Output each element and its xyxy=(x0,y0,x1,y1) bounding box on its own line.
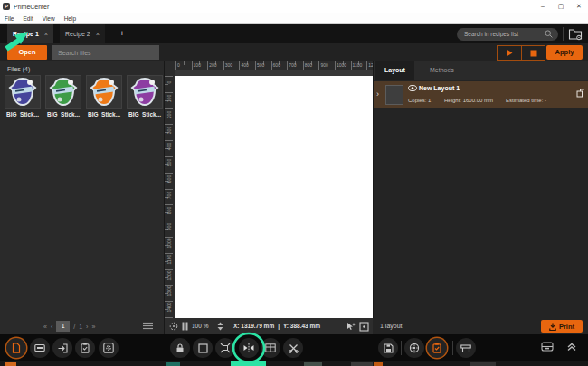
file-thumbnail[interactable] xyxy=(5,75,41,109)
canvas-status-bar: 100 % X: 1319.79 mm | Y: 388.43 mm xyxy=(165,318,373,334)
play-button[interactable] xyxy=(498,46,521,60)
layout-estimated-time: Estimated time: - xyxy=(506,98,546,103)
cut-device-button[interactable] xyxy=(404,338,424,358)
tab-recipe-2-label: Recipe 2 xyxy=(65,31,90,37)
run-controls xyxy=(497,45,545,61)
zoom-level-value[interactable]: 100 % xyxy=(192,323,208,329)
pager-last-icon[interactable]: » xyxy=(91,324,95,330)
pager-current-page[interactable]: 1 xyxy=(56,321,70,332)
coordinate-y: Y: 388.43 mm xyxy=(283,323,320,329)
layout-copies: Copies: 1 xyxy=(408,98,431,103)
zoom-stepper-icon[interactable] xyxy=(217,322,223,331)
import-mode-button[interactable] xyxy=(52,338,72,358)
fit-content-button[interactable] xyxy=(215,338,235,358)
tab-recipe-1[interactable]: Recipe 1 × xyxy=(7,24,53,43)
lock-tool-button[interactable] xyxy=(170,338,190,358)
media-mode-button[interactable] xyxy=(30,338,50,358)
file-thumbnail[interactable] xyxy=(127,75,163,109)
recipes-search-input[interactable] xyxy=(457,28,558,41)
sticker-image xyxy=(89,77,119,108)
pager-next-icon[interactable]: › xyxy=(86,324,88,330)
rectangle-icon xyxy=(198,343,208,353)
files-pager-bar: « ‹ 1 / 1 › » xyxy=(0,318,165,334)
ruler-vertical: 0100200300400500600700800900100011001200… xyxy=(165,70,175,318)
menu-file[interactable]: File xyxy=(5,15,14,22)
coordinate-x: X: 1319.79 mm xyxy=(233,323,274,329)
collapse-panel-icon[interactable] xyxy=(566,341,577,352)
primecenter-window: P PrimeCenter – ▢ ✕ File Edit View Help … xyxy=(0,0,588,366)
maximize-button[interactable]: ▢ xyxy=(552,0,570,13)
job-queue-button[interactable] xyxy=(427,338,447,358)
expand-chevron-icon[interactable]: › xyxy=(376,89,379,99)
table-tool-button[interactable] xyxy=(261,338,280,358)
detach-layout-icon[interactable] xyxy=(576,89,584,98)
close-button[interactable]: ✕ xyxy=(570,0,588,13)
layout-canvas-area[interactable]: 0100200300400500600700800900100011001200… xyxy=(165,61,373,318)
file-card[interactable]: BIG_Stick... xyxy=(5,75,41,117)
save-layout-button[interactable] xyxy=(378,338,398,358)
recipe-toolbar: Open Apply xyxy=(0,43,588,61)
rectangle-tool-button[interactable] xyxy=(193,338,213,358)
file-card[interactable]: BIG_Stick... xyxy=(86,75,122,117)
menu-help[interactable]: Help xyxy=(64,15,76,22)
layout-thumbnail xyxy=(385,85,403,105)
stop-button[interactable] xyxy=(521,46,545,60)
document-icon xyxy=(12,343,21,353)
gear-box-icon xyxy=(103,343,114,353)
menu-bar: File Edit View Help xyxy=(0,13,588,24)
minimize-button[interactable]: – xyxy=(534,0,552,13)
mirror-flip-icon xyxy=(243,343,254,352)
tasks-mode-button[interactable] xyxy=(75,338,95,358)
visibility-eye-icon[interactable] xyxy=(408,85,417,91)
file-card[interactable]: BIG_Stick... xyxy=(127,75,163,117)
search-icon xyxy=(545,30,553,38)
file-name: BIG_Stick... xyxy=(5,111,41,117)
taskbar-app-sliver xyxy=(166,362,180,366)
play-icon xyxy=(506,49,513,57)
flatbed-printer-icon xyxy=(460,343,471,352)
bottom-toolbar xyxy=(0,334,588,361)
list-view-icon[interactable] xyxy=(143,322,153,330)
app-title: PrimeCenter xyxy=(14,4,49,10)
flatbed-button[interactable] xyxy=(456,338,476,358)
snap-icon[interactable] xyxy=(169,322,178,331)
menu-edit[interactable]: Edit xyxy=(23,15,33,22)
layout-name: New Layout 1 xyxy=(419,85,460,91)
fit-arrows-icon xyxy=(220,343,231,353)
scissors-icon xyxy=(289,343,299,353)
menu-view[interactable]: View xyxy=(43,15,55,22)
titlebar: P PrimeCenter – ▢ ✕ xyxy=(0,0,588,13)
tab-recipe-2-close-icon[interactable]: × xyxy=(96,30,100,38)
media-card-icon xyxy=(34,343,45,352)
storage-panel-icon[interactable] xyxy=(541,341,554,352)
tab-recipe-2[interactable]: Recipe 2 × xyxy=(60,24,105,43)
open-button[interactable]: Open xyxy=(7,45,47,60)
recipe-file-mode-button[interactable] xyxy=(6,338,26,358)
files-pager: « ‹ 1 / 1 › » xyxy=(43,320,95,333)
apply-button[interactable]: Apply xyxy=(546,45,583,60)
sticker-image xyxy=(48,77,79,108)
recipe-tab-bar: Recipe 1 × Recipe 2 × + xyxy=(0,24,588,43)
cut-tool-button[interactable] xyxy=(283,338,303,358)
center-view-icon[interactable] xyxy=(359,322,369,332)
pager-first-icon[interactable]: « xyxy=(43,324,47,330)
layout-item-row[interactable]: › New Layout 1 Copies: 1 Height: 1600.00… xyxy=(374,81,588,108)
tab-layout[interactable]: Layout xyxy=(375,61,414,80)
mirror-tool-button[interactable] xyxy=(239,338,259,358)
file-thumbnail[interactable] xyxy=(86,75,122,109)
recipe-settings-folder-icon[interactable] xyxy=(568,27,583,41)
settings-mode-button[interactable] xyxy=(99,338,119,358)
file-card[interactable]: BIG_Stick... xyxy=(45,75,81,117)
taskbar-sliver xyxy=(0,361,588,366)
files-search-input[interactable] xyxy=(52,45,159,60)
add-recipe-tab-button[interactable]: + xyxy=(116,24,128,43)
tab-recipe-1-close-icon[interactable]: × xyxy=(44,30,48,38)
print-button[interactable]: Print xyxy=(541,320,583,333)
guides-icon[interactable] xyxy=(182,322,188,331)
taskbar-app-sliver xyxy=(304,362,322,366)
pointer-tool-icon[interactable] xyxy=(346,322,356,332)
layout-page[interactable] xyxy=(175,76,373,318)
file-thumbnail[interactable] xyxy=(45,75,81,109)
pager-prev-icon[interactable]: ‹ xyxy=(51,324,52,330)
tab-methods[interactable]: Methods xyxy=(421,61,463,80)
